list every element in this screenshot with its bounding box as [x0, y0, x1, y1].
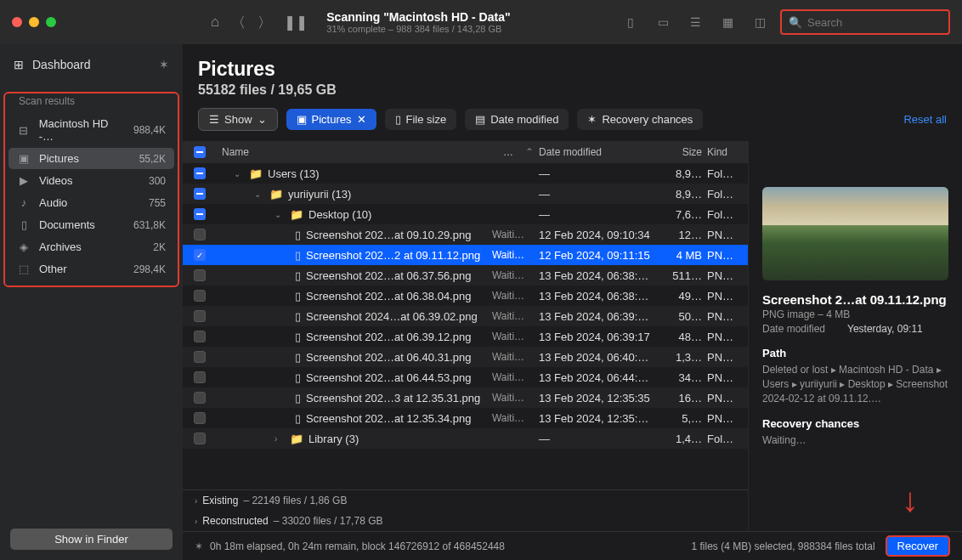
- row-size: 1,4…: [665, 433, 707, 445]
- row-size: 34…: [665, 371, 707, 384]
- grid-view-icon[interactable]: ▦: [716, 10, 739, 34]
- show-dropdown[interactable]: ☰ Show ⌄: [198, 108, 278, 131]
- sidebar-item-other[interactable]: ⬚Other298,4K: [8, 258, 174, 280]
- row-checkbox[interactable]: [194, 331, 206, 342]
- close-icon[interactable]: ✕: [357, 113, 366, 126]
- chevron-down-icon[interactable]: ⌄: [274, 210, 285, 219]
- back-icon[interactable]: 〈: [231, 13, 246, 32]
- table-row[interactable]: ▯Screenshot 202…at 06.38.04.pngWaiti…13 …: [183, 286, 748, 306]
- sidebar-item-documents[interactable]: ▯Documents631,8K: [8, 214, 174, 235]
- row-date: 13 Feb 2024, 06:40:…: [539, 351, 665, 364]
- row-kind: PN…: [707, 392, 741, 404]
- summary-reconstructed[interactable]: › Reconstructed – 33020 files / 17,78 GB: [183, 511, 748, 531]
- sidebar-item-label: Documents: [39, 218, 95, 231]
- table-row[interactable]: ▯Screenshot 202…at 06.40.31.pngWaiti…13 …: [183, 347, 748, 367]
- sidebar-item-label: Pictures: [39, 152, 79, 165]
- table-row[interactable]: ▯Screenshot 202…3 at 12.35.31.pngWaiti…1…: [183, 387, 748, 408]
- filter-recovery[interactable]: ✶ Recovery chances: [577, 109, 703, 130]
- row-checkbox[interactable]: [194, 229, 206, 240]
- filter-pictures-label: Pictures: [312, 113, 352, 126]
- folder-view-icon[interactable]: ▭: [651, 10, 675, 34]
- row-kind: PN…: [707, 371, 741, 384]
- folder-icon: 📁: [269, 188, 283, 201]
- chevron-right-icon[interactable]: ›: [274, 434, 285, 444]
- close-icon[interactable]: [12, 17, 22, 27]
- search-field[interactable]: 🔍: [780, 9, 950, 35]
- table-row[interactable]: ▯Screenshot 2024…at 06.39.02.pngWaiti…13…: [183, 306, 748, 326]
- preview-pane: Screenshot 2…at 09.11.12.png PNG image –…: [748, 141, 962, 531]
- row-checkbox[interactable]: [194, 269, 206, 281]
- sidebar-item-videos[interactable]: ▶Videos300: [8, 170, 174, 191]
- col-date[interactable]: Date modified: [539, 146, 665, 158]
- minimize-icon[interactable]: [29, 17, 39, 27]
- file-icon: ▯: [295, 392, 301, 404]
- table-row[interactable]: ✓▯Screenshot 202…2 at 09.11.12.pngWaiti……: [183, 245, 748, 265]
- audio-icon: ♪: [17, 196, 31, 209]
- sort-icon[interactable]: ⌃: [525, 146, 539, 158]
- select-all-checkbox[interactable]: [194, 146, 206, 158]
- row-filename: Screenshot 202…at 06.39.12.png: [306, 331, 471, 343]
- sidebar-dashboard[interactable]: ⊞ Dashboard ✶: [0, 53, 183, 76]
- table-row[interactable]: ▯Screenshot 202…at 06.39.12.pngWaiti…13 …: [183, 326, 748, 347]
- table-row[interactable]: ▯Screenshot 202…at 09.10.29.pngWaiti…12 …: [183, 224, 748, 245]
- col-name[interactable]: Name: [217, 146, 491, 158]
- filter-pictures[interactable]: ▣ Pictures ✕: [286, 109, 376, 130]
- table-row[interactable]: ⌄📁Users (13)—8,9…Fol…: [183, 163, 748, 184]
- home-icon[interactable]: ⌂: [211, 14, 219, 31]
- sidebar-item-macintosh-hd-[interactable]: ⊟Macintosh HD -…988,4K: [8, 113, 174, 147]
- filter-date[interactable]: ▤ Date modified: [465, 109, 569, 130]
- show-in-finder-button[interactable]: Show in Finder: [10, 529, 173, 550]
- row-kind: PN…: [707, 249, 741, 262]
- table-row[interactable]: ›📁Library (3)—1,4…Fol…: [183, 428, 748, 449]
- row-status: Waiti…: [491, 351, 525, 363]
- forward-icon[interactable]: 〉: [257, 13, 272, 32]
- row-checkbox[interactable]: [194, 310, 206, 322]
- col-more[interactable]: …: [491, 146, 525, 158]
- table-row[interactable]: ▯Screenshot 202…at 12.35.34.pngWaiti…13 …: [183, 408, 748, 428]
- sidebar-item-archives[interactable]: ◈Archives2K: [8, 236, 174, 257]
- sidebar-item-pictures[interactable]: ▣Pictures55,2K: [8, 148, 174, 169]
- table-row[interactable]: ⌄📁Desktop (10)—7,6…Fol…: [183, 204, 748, 224]
- chevron-down-icon[interactable]: ⌄: [234, 169, 244, 178]
- row-size: 8,9…: [665, 188, 707, 201]
- reset-all-link[interactable]: Reset all: [903, 113, 947, 126]
- row-checkbox[interactable]: [194, 412, 206, 424]
- document-view-icon[interactable]: ▯: [619, 10, 642, 34]
- row-size: 5,…: [665, 412, 707, 425]
- pause-icon[interactable]: ❚❚: [284, 14, 308, 31]
- folder-icon: 📁: [290, 208, 303, 221]
- col-size[interactable]: Size: [665, 146, 707, 158]
- row-checkbox[interactable]: [194, 433, 206, 444]
- row-checkbox[interactable]: [194, 351, 206, 363]
- summary-existing[interactable]: › Existing – 22149 files / 1,86 GB: [183, 490, 748, 511]
- table-row[interactable]: ▯Screenshot 202…at 06.44.53.pngWaiti…13 …: [183, 367, 748, 387]
- row-filename: Screenshot 202…at 06.38.04.png: [306, 290, 471, 303]
- col-kind[interactable]: Kind: [707, 146, 741, 158]
- list-view-icon[interactable]: ☰: [683, 10, 707, 34]
- row-checkbox[interactable]: [194, 371, 206, 383]
- row-checkbox[interactable]: [194, 208, 206, 220]
- filter-file-size[interactable]: ▯ File size: [385, 109, 457, 130]
- row-checkbox[interactable]: [194, 188, 206, 200]
- row-checkbox[interactable]: [194, 290, 206, 302]
- table-header: Name … ⌃ Date modified Size Kind: [183, 141, 748, 163]
- row-checkbox[interactable]: [194, 392, 206, 404]
- row-checkbox[interactable]: ✓: [194, 249, 206, 261]
- row-date: 13 Feb 2024, 12:35:…: [539, 412, 665, 425]
- row-status: Waiti…: [491, 249, 525, 261]
- columns-view-icon[interactable]: ◫: [748, 10, 772, 34]
- file-icon: ▯: [295, 371, 301, 384]
- row-date: 13 Feb 2024, 06:38:…: [539, 269, 665, 282]
- maximize-icon[interactable]: [46, 17, 56, 27]
- sidebar-item-audio[interactable]: ♪Audio755: [8, 192, 174, 213]
- file-icon: ▯: [395, 113, 401, 126]
- table-row[interactable]: ▯Screenshot 202…at 06.37.56.pngWaiti…13 …: [183, 265, 748, 286]
- row-size: 1,3…: [665, 351, 707, 364]
- search-input[interactable]: [807, 16, 942, 29]
- row-checkbox[interactable]: [194, 167, 206, 179]
- folder-icon: 📁: [249, 167, 263, 180]
- recover-button[interactable]: Recover: [886, 535, 950, 557]
- preview-type: PNG image – 4 MB: [762, 308, 948, 320]
- chevron-down-icon[interactable]: ⌄: [254, 189, 264, 199]
- table-row[interactable]: ⌄📁yuriiyurii (13)—8,9…Fol…: [183, 184, 748, 204]
